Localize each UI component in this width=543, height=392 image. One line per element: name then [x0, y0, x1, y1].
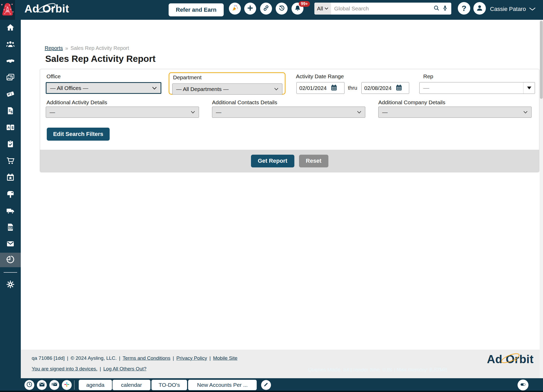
- avatar[interactable]: [473, 2, 486, 15]
- sidebar-item-home[interactable]: [0, 22, 21, 34]
- mail-log-button[interactable]: [49, 380, 59, 390]
- scrollbar[interactable]: [540, 20, 543, 378]
- taskbar-new-accounts-button[interactable]: New Accounts Per ...: [188, 380, 257, 390]
- svg-text:$: $: [11, 110, 13, 114]
- additional-company-details-label: Additional Company Details: [378, 99, 445, 106]
- additional-activity-details-value: —: [50, 109, 55, 115]
- mobile-site-link[interactable]: Mobile Site: [213, 355, 237, 361]
- quick-add-button[interactable]: [244, 3, 256, 15]
- taskbar-calendar-button[interactable]: calendar: [112, 380, 150, 390]
- user-menu[interactable]: Cassie Pataro: [490, 6, 536, 12]
- date-to-input[interactable]: [364, 85, 395, 91]
- pencil-icon: [263, 382, 269, 388]
- sidebar-item-contacts[interactable]: [0, 38, 21, 51]
- signed-in-devices-link[interactable]: You are signed into 3 devices.: [32, 366, 97, 372]
- plus-icon: [247, 5, 254, 12]
- taskbar-toggle-button[interactable]: [518, 380, 528, 390]
- breadcrumb: Reports » Sales Rep Activity Report: [45, 45, 129, 51]
- svg-text:♥: ♥: [12, 11, 14, 13]
- notification-badge: 99+: [299, 1, 310, 7]
- calendar-icon[interactable]: [395, 84, 402, 92]
- taskbar-todos-button[interactable]: TO-DO's: [151, 380, 187, 390]
- sidebar-item-tickets[interactable]: [0, 88, 21, 101]
- breadcrumb-current: Sales Rep Activity Report: [70, 45, 129, 51]
- additional-contacts-details-select[interactable]: —: [212, 107, 365, 118]
- get-report-button[interactable]: Get Report: [251, 155, 294, 167]
- user-name: Cassie Pataro: [490, 6, 526, 12]
- recent-activity-button[interactable]: [24, 380, 34, 390]
- search-scope-select[interactable]: All: [314, 3, 331, 15]
- svg-text:$: $: [11, 126, 14, 130]
- sidebar-item-settings[interactable]: [0, 279, 21, 291]
- chevron-down-icon: [152, 87, 157, 90]
- additional-activity-details-label: Additional Activity Details: [47, 99, 107, 106]
- additional-activity-details-select[interactable]: —: [46, 107, 199, 118]
- taskbar-edit-button[interactable]: [261, 380, 271, 390]
- date-from-input[interactable]: [299, 85, 330, 91]
- brand-wordmark[interactable]: Ad Orbit: [24, 3, 69, 15]
- sidebar-item-rate-cards[interactable]: A$: [0, 122, 21, 134]
- celebrate-button[interactable]: [229, 3, 241, 15]
- additional-company-details-select[interactable]: —: [378, 107, 532, 118]
- slack-button[interactable]: [62, 380, 72, 390]
- global-search-input[interactable]: [331, 5, 433, 12]
- additional-contacts-details-value: —: [216, 109, 221, 115]
- sidebar-item-tasks[interactable]: [0, 138, 21, 151]
- sidebar-item-reports-selected[interactable]: [0, 253, 21, 267]
- rep-select[interactable]: —: [419, 82, 535, 94]
- privacy-policy-link[interactable]: Privacy Policy: [176, 355, 207, 361]
- quick-links-button[interactable]: [260, 3, 272, 15]
- question-mark-icon: ?: [462, 4, 466, 13]
- scrollbar-thumb[interactable]: [540, 21, 543, 99]
- sidebar-item-invoices[interactable]: $: [0, 105, 21, 117]
- envelope-icon: [6, 239, 15, 249]
- taskbar-divider: [74, 380, 75, 390]
- svg-text:W2: W2: [9, 226, 13, 229]
- footer-brand-logo: Ad Orbit: [487, 353, 534, 366]
- person-icon: [476, 4, 484, 13]
- terms-link[interactable]: Terms and Conditions: [123, 355, 170, 361]
- page-title: Sales Rep Activity Report: [45, 54, 156, 64]
- sidebar-item-distribution[interactable]: [0, 205, 21, 217]
- reset-button[interactable]: Reset: [299, 155, 328, 167]
- sidebar-item-email[interactable]: [0, 238, 21, 251]
- additional-company-details-value: —: [382, 109, 388, 115]
- search-icon[interactable]: [433, 5, 440, 12]
- chevron-down-icon: [529, 7, 536, 11]
- rep-value: —: [420, 84, 523, 92]
- department-value: — All Departments —: [176, 86, 229, 92]
- sidebar-item-deals[interactable]: [0, 55, 21, 68]
- reports-pie-icon: [5, 254, 15, 265]
- app-logo[interactable]: ♥ ♥ ♥ ♥ ♥ ♥ ♥ ♥ ♥: [0, 0, 15, 20]
- office-select[interactable]: — All Offices —: [46, 82, 161, 94]
- log-all-others-out-link[interactable]: Log All Others Out?: [103, 366, 147, 372]
- mailbox-icon: [6, 190, 15, 199]
- microphone-icon[interactable]: [442, 5, 448, 12]
- invoice-dollar-icon: $: [6, 106, 15, 116]
- build-version: qa 71086 [1dd]: [32, 355, 65, 361]
- sidebar-nav: $ A$ W2: [0, 20, 21, 378]
- refer-and-earn-button[interactable]: Refer and Earn: [169, 3, 224, 16]
- sidebar-item-orders[interactable]: [0, 155, 21, 167]
- breadcrumb-reports-link[interactable]: Reports: [45, 45, 63, 51]
- history-button[interactable]: [276, 3, 288, 15]
- messages-button[interactable]: [37, 380, 47, 390]
- chevron-down-icon: [523, 111, 528, 114]
- breadcrumb-separator: »: [65, 45, 68, 51]
- footer-line1: qa 71086 [1dd] | © 2024 Aysling, LLC. | …: [32, 355, 237, 361]
- sidebar-item-events[interactable]: [0, 172, 21, 184]
- taskbar-agenda-button[interactable]: agenda: [79, 380, 112, 390]
- handshake-icon: [5, 56, 15, 66]
- valentine-a-rocket-icon: ♥ ♥ ♥ ♥ ♥ ♥ ♥ ♥ ♥: [1, 2, 15, 18]
- department-select[interactable]: — All Departments —: [172, 83, 282, 95]
- calendar-icon[interactable]: [330, 84, 337, 92]
- sidebar-item-w2-forms[interactable]: W2: [0, 221, 21, 234]
- activity-date-range-label: Activity Date Range: [296, 73, 344, 80]
- dropdown-arrow-icon: [523, 82, 535, 94]
- notifications-button[interactable]: 99+: [292, 3, 303, 15]
- help-button[interactable]: ?: [458, 2, 470, 15]
- sidebar-item-media[interactable]: [0, 72, 21, 84]
- app-header: ♥ ♥ ♥ ♥ ♥ ♥ ♥ ♥ ♥ Ad Orbit Refer and Ear…: [0, 0, 543, 20]
- sidebar-item-mailings[interactable]: [0, 188, 21, 201]
- edit-search-filters-button[interactable]: Edit Search Filters: [47, 128, 110, 141]
